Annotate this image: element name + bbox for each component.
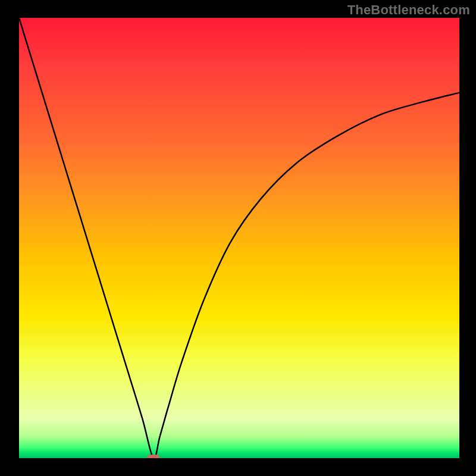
min-marker-icon: [147, 455, 160, 458]
chart-curve: [19, 18, 459, 458]
curve-path: [19, 18, 459, 458]
plot-area: [19, 18, 459, 458]
chart-frame: TheBottleneck.com: [0, 0, 476, 476]
watermark-text: TheBottleneck.com: [347, 2, 470, 18]
